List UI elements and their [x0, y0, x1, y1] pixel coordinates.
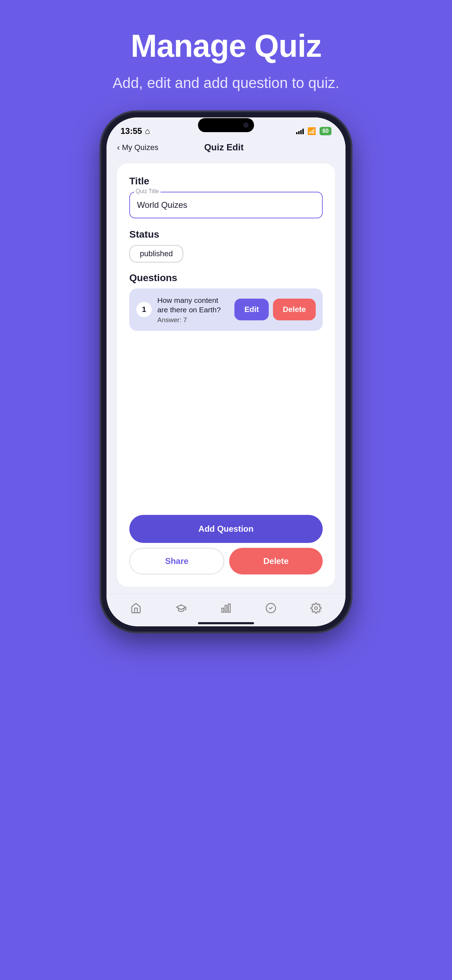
svg-rect-2 — [228, 604, 230, 612]
dynamic-island — [198, 118, 254, 132]
main-card: Title Quiz Title Status published Questi… — [117, 163, 335, 587]
question-list: 1 How many content are there on Earth? A… — [129, 288, 323, 331]
question-item-1: 1 How many content are there on Earth? A… — [136, 296, 316, 324]
phone-frame: 13:55 ⌂ 📶 60 ‹ My Quizes Quiz Edi — [102, 113, 350, 631]
content-area: Title Quiz Title Status published Questi… — [107, 156, 345, 594]
question-number-1: 1 — [136, 302, 152, 317]
question-text-1: How many content are there on Earth? — [157, 296, 229, 315]
home-indicator — [198, 622, 254, 624]
tab-stats[interactable] — [215, 600, 237, 617]
nav-title: Quiz Edit — [158, 142, 290, 153]
status-section-label: Status — [129, 229, 323, 240]
edit-question-button-1[interactable]: Edit — [234, 299, 269, 320]
page-title: Manage Quiz — [113, 28, 339, 64]
question-actions-1: Edit Delete — [234, 299, 316, 320]
title-field-label: Quiz Title — [134, 188, 161, 194]
svg-rect-1 — [225, 605, 227, 612]
wifi-icon: 📶 — [307, 127, 316, 135]
quiz-title-field-wrapper: Quiz Title — [129, 192, 323, 218]
add-question-button[interactable]: Add Question — [129, 515, 323, 543]
signal-bar-4 — [302, 129, 304, 134]
spacer — [129, 338, 323, 508]
bottom-actions: Add Question Share Delete — [129, 515, 323, 574]
status-section: Status published — [129, 229, 323, 262]
signal-bar-1 — [296, 132, 298, 134]
tab-quiz[interactable] — [170, 600, 193, 617]
nav-bar: ‹ My Quizes Quiz Edit — [107, 138, 345, 156]
phone-screen: 13:55 ⌂ 📶 60 ‹ My Quizes Quiz Edi — [107, 118, 345, 626]
share-button[interactable]: Share — [129, 548, 224, 574]
title-section-label: Title — [129, 176, 323, 187]
delete-button[interactable]: Delete — [229, 548, 323, 574]
status-time: 13:55 ⌂ — [121, 126, 150, 136]
questions-section-label: Questions — [129, 272, 323, 283]
signal-bar-3 — [300, 130, 302, 134]
tab-home[interactable] — [125, 600, 147, 617]
gear-icon — [310, 603, 321, 614]
page-header: Manage Quiz Add, edit and add question t… — [113, 0, 339, 91]
back-chevron-icon: ‹ — [117, 143, 120, 153]
tab-settings[interactable] — [305, 600, 327, 617]
time-display: 13:55 — [121, 126, 142, 136]
svg-point-4 — [315, 607, 317, 609]
quiz-title-input[interactable] — [129, 192, 323, 218]
status-badge: published — [129, 245, 183, 262]
question-text-area-1: How many content are there on Earth? Ans… — [157, 296, 229, 324]
questions-section: Questions 1 How many content are there o… — [129, 272, 323, 574]
delete-question-button-1[interactable]: Delete — [273, 299, 316, 320]
btn-row: Share Delete — [129, 548, 323, 574]
status-icons: 📶 60 — [296, 127, 331, 135]
graduation-cap-icon — [175, 603, 187, 614]
back-button[interactable]: ‹ My Quizes — [117, 143, 158, 153]
battery-badge: 60 — [320, 127, 331, 135]
chart-icon — [220, 603, 232, 614]
back-label: My Quizes — [122, 143, 158, 152]
question-answer-1: Answer: 7 — [157, 316, 229, 324]
svg-rect-0 — [222, 608, 224, 612]
tab-bar — [107, 594, 345, 619]
home-icon: ⌂ — [145, 126, 150, 136]
camera-dot — [244, 123, 248, 127]
tab-check[interactable] — [259, 600, 282, 617]
home-icon — [131, 603, 142, 614]
signal-bar-2 — [298, 131, 299, 134]
check-circle-icon — [265, 603, 277, 614]
page-subtitle: Add, edit and add question to quiz. — [113, 75, 339, 91]
signal-bars-icon — [296, 128, 304, 134]
